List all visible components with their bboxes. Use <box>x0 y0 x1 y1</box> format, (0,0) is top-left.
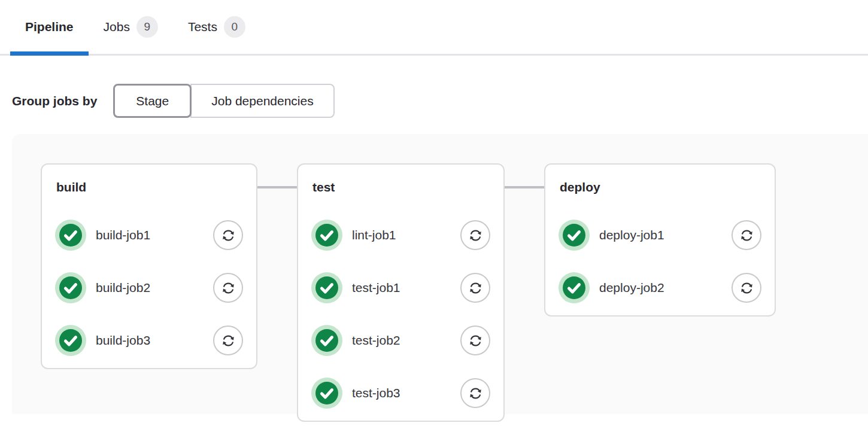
job-link[interactable]: build-job2 <box>96 281 213 295</box>
job-link[interactable]: lint-job1 <box>352 228 460 242</box>
job-row-test-job2[interactable]: test-job2 <box>311 325 490 356</box>
tab-tests-label: Tests <box>188 20 217 34</box>
tests-count-badge: 0 <box>224 16 245 38</box>
retry-job-button[interactable] <box>732 220 761 250</box>
job-link[interactable]: deploy-job2 <box>599 281 732 295</box>
tab-jobs[interactable]: Jobs 9 <box>89 0 173 54</box>
stage-title-deploy: deploy <box>560 179 761 196</box>
status-success-icon <box>559 220 590 251</box>
tab-pipeline-label: Pipeline <box>25 20 74 34</box>
job-row-test-job3[interactable]: test-job3 <box>311 378 490 409</box>
stage-card-deploy: deploy deploy-job1 deploy-job2 <box>544 163 776 317</box>
job-link[interactable]: test-job1 <box>352 281 460 295</box>
job-link[interactable]: build-job3 <box>96 333 213 348</box>
job-row-build-job1[interactable]: build-job1 <box>55 220 243 251</box>
group-by-stage-button[interactable]: Stage <box>113 84 192 118</box>
tab-tests[interactable]: Tests 0 <box>173 0 260 54</box>
pipeline-graph: build build-job1 build-job2 <box>41 163 868 422</box>
job-link[interactable]: deploy-job1 <box>599 228 732 242</box>
status-success-icon <box>55 272 86 303</box>
retry-job-button[interactable] <box>460 325 490 355</box>
status-success-icon <box>311 272 342 303</box>
retry-job-button[interactable] <box>213 220 243 250</box>
tab-jobs-label: Jobs <box>104 20 130 34</box>
jobs-count-badge: 9 <box>136 16 158 38</box>
status-success-icon <box>311 378 342 409</box>
stage-card-test: test lint-job1 test-job1 <box>297 163 505 422</box>
job-link[interactable]: build-job1 <box>96 228 213 242</box>
retry-job-button[interactable] <box>213 325 243 355</box>
stage-title-test: test <box>312 179 490 196</box>
job-row-build-job3[interactable]: build-job3 <box>55 325 243 356</box>
retry-job-button[interactable] <box>460 378 490 408</box>
job-link[interactable]: test-job3 <box>352 386 460 400</box>
status-success-icon <box>559 272 590 303</box>
retry-job-button[interactable] <box>213 273 243 303</box>
retry-job-button[interactable] <box>460 273 490 303</box>
pipeline-detail-tabs: Pipeline Jobs 9 Tests 0 <box>0 0 868 56</box>
group-by-job-dependencies-button[interactable]: Job dependencies <box>190 84 334 118</box>
group-jobs-by-label: Group jobs by <box>12 94 97 108</box>
group-jobs-by-controls: Group jobs by Stage Job dependencies <box>12 84 868 118</box>
retry-job-button[interactable] <box>460 220 490 250</box>
job-link[interactable]: test-job2 <box>352 333 460 348</box>
job-row-test-job1[interactable]: test-job1 <box>311 272 490 303</box>
group-jobs-by-segmented-control: Stage Job dependencies <box>113 84 334 118</box>
tab-pipeline[interactable]: Pipeline <box>10 0 89 54</box>
pipeline-graph-panel: build build-job1 build-job2 <box>12 134 868 414</box>
job-row-lint-job1[interactable]: lint-job1 <box>311 220 490 251</box>
job-row-deploy-job2[interactable]: deploy-job2 <box>559 272 761 303</box>
job-row-deploy-job1[interactable]: deploy-job1 <box>559 220 761 251</box>
stage-title-build: build <box>56 179 243 196</box>
stage-connector-line <box>505 186 544 188</box>
status-success-icon <box>311 220 342 251</box>
status-success-icon <box>55 325 86 356</box>
stage-connector-line <box>257 186 297 188</box>
stage-card-build: build build-job1 build-job2 <box>41 163 257 369</box>
status-success-icon <box>55 220 86 251</box>
retry-job-button[interactable] <box>732 273 761 303</box>
job-row-build-job2[interactable]: build-job2 <box>55 272 243 303</box>
status-success-icon <box>311 325 342 356</box>
